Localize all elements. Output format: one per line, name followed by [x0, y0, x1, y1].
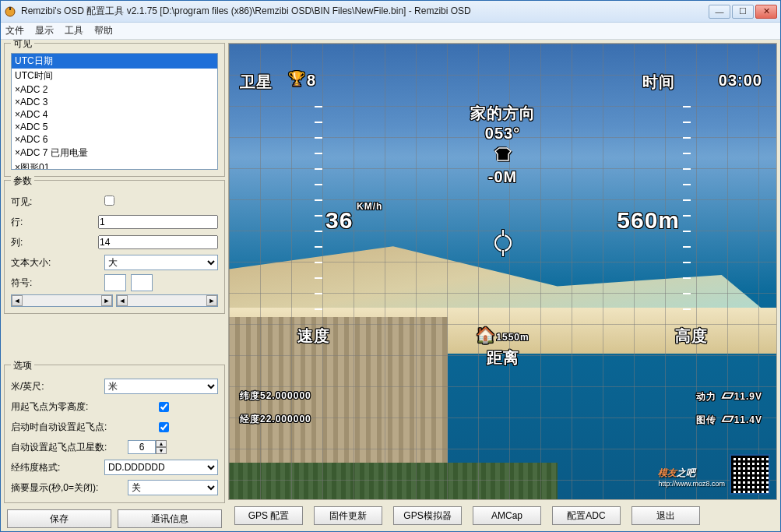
list-item[interactable]: ×图形01 — [12, 160, 217, 170]
textsize-select[interactable]: 大 — [104, 255, 218, 270]
symbol-label: 符号: — [11, 277, 104, 290]
zero-alt-checkbox[interactable] — [159, 402, 169, 412]
symbol-scroll-1[interactable]: ◄► — [11, 294, 113, 307]
auto-home-label: 启动时自动设置起飞点: — [11, 421, 159, 434]
osd-vtx: 图传 ▱11.4V — [696, 408, 762, 427]
osd-home-dist: -0M — [488, 168, 517, 186]
qr-code-icon — [730, 454, 770, 495]
osd-ground-alt: 🏠1550m — [476, 326, 529, 344]
adc-config-button[interactable]: 配置ADC — [552, 506, 621, 525]
list-item[interactable]: ×ADC 2 — [12, 83, 217, 96]
osd-home-bearing: 053° — [485, 125, 520, 143]
osd-sat-label: 卫星 — [240, 72, 273, 93]
summary-label: 摘要显示(秒,0=关闭): — [11, 481, 128, 495]
maximize-button[interactable]: ☐ — [732, 5, 754, 19]
row-input[interactable] — [98, 215, 218, 229]
osd-lat: 纬度52.000000 — [240, 385, 311, 403]
gps-sim-button[interactable]: GPS模拟器 — [393, 506, 462, 525]
osd-alt-value: 560m — [617, 207, 680, 234]
watermark: 模友之吧 http://www.moz8.com — [658, 454, 770, 495]
sat-up[interactable]: ▲ — [156, 440, 167, 447]
list-item[interactable]: ×ADC 7 已用电量 — [12, 146, 217, 160]
client-area: 可见 UTC日期UTC时间×ADC 2×ADC 3×ADC 4×ADC 5×AD… — [1, 40, 780, 531]
visible-listbox[interactable]: UTC日期UTC时间×ADC 2×ADC 3×ADC 4×ADC 5×ADC 6… — [11, 53, 218, 170]
sat-input[interactable] — [128, 440, 156, 454]
params-group-title: 参数 — [11, 174, 34, 188]
osd-time-value: 03:00 — [719, 72, 762, 90]
units-select[interactable]: 米 — [104, 379, 218, 394]
list-item[interactable]: UTC日期 — [12, 54, 217, 69]
osd-preview[interactable]: 卫星 🏆 8 时间 03:00 家的方向 053° -0M 36 KM/h 速度 — [228, 43, 777, 500]
comm-info-button[interactable]: 通讯信息 — [118, 509, 222, 528]
visible-group-title: 可见 — [11, 40, 34, 51]
left-panel: 可见 UTC日期UTC时间×ADC 2×ADC 3×ADC 4×ADC 5×AD… — [4, 43, 225, 528]
symbol-slot-1[interactable] — [104, 274, 126, 291]
satellite-icon: 🏆 — [288, 70, 306, 87]
menu-tools[interactable]: 工具 — [65, 24, 83, 37]
window-title: Remzibi's OSD 配置工具 v2.1.75 [D:\program f… — [21, 5, 709, 18]
auto-home-checkbox[interactable] — [159, 422, 169, 432]
watermark-url: http://www.moz8.com — [658, 480, 725, 488]
latlon-fmt-select[interactable]: DD.DDDDDD — [104, 460, 218, 475]
amcap-button[interactable]: AMCap — [473, 506, 541, 525]
sat-down[interactable]: ▼ — [156, 447, 167, 454]
visible-label: 可见: — [11, 196, 104, 209]
minimize-button[interactable]: — — [709, 5, 730, 19]
visible-checkbox[interactable] — [104, 196, 114, 206]
options-group-title: 选项 — [11, 359, 34, 372]
watermark-brand: 模友之吧 — [658, 462, 725, 480]
osd-home-dir-label: 家的方向 — [470, 103, 536, 124]
menu-view[interactable]: 显示 — [35, 24, 54, 37]
save-button[interactable]: 保存 — [7, 509, 111, 528]
home-arrow-icon — [493, 146, 513, 162]
osd-time-label: 时间 — [642, 72, 675, 93]
osd-speed-value: 36 — [325, 207, 353, 234]
osd-sat-value: 8 — [307, 72, 316, 90]
sat-label: 自动设置起飞点卫星数: — [11, 441, 128, 454]
osd-speed-scale — [315, 106, 322, 324]
menu-file[interactable]: 文件 — [5, 24, 24, 37]
row-label: 行: — [11, 216, 98, 229]
title-bar[interactable]: Remzibi's OSD 配置工具 v2.1.75 [D:\program f… — [1, 1, 780, 23]
menu-bar: 文件 显示 工具 帮助 — [1, 23, 780, 40]
summary-select[interactable]: 关 — [128, 480, 218, 495]
list-item[interactable]: UTC时间 — [12, 69, 217, 83]
osd-overlay: 卫星 🏆 8 时间 03:00 家的方向 053° -0M 36 KM/h 速度 — [229, 44, 776, 499]
osd-power: 动力 ▱11.9V — [696, 385, 762, 403]
gps-config-button[interactable]: GPS 配置 — [234, 506, 303, 525]
list-item[interactable]: ×ADC 3 — [12, 96, 217, 108]
symbol-slot-2[interactable] — [131, 274, 153, 291]
options-group: 选项 米/英尺: 米 用起飞点为零高度: 启动时自动设置起飞点: 自动设置起飞点… — [4, 365, 225, 503]
visible-group: 可见 UTC日期UTC时间×ADC 2×ADC 3×ADC 4×ADC 5×AD… — [4, 43, 225, 177]
firmware-update-button[interactable]: 固件更新 — [314, 506, 382, 525]
crosshair-icon — [494, 234, 512, 252]
osd-lon: 经度22.000000 — [240, 408, 311, 426]
list-item[interactable]: ×ADC 5 — [12, 121, 217, 133]
latlon-fmt-label: 经纬度格式: — [11, 461, 104, 474]
close-button[interactable]: ✕ — [755, 5, 777, 19]
menu-help[interactable]: 帮助 — [94, 24, 113, 37]
osd-alt-label: 高度 — [675, 326, 708, 347]
textsize-label: 文本大小: — [11, 256, 104, 270]
app-icon — [4, 5, 16, 18]
right-panel: 卫星 🏆 8 时间 03:00 家的方向 053° -0M 36 KM/h 速度 — [228, 43, 777, 528]
list-item[interactable]: ×ADC 6 — [12, 133, 217, 146]
list-item[interactable]: ×ADC 4 — [12, 108, 217, 121]
osd-dist-label: 距离 — [487, 347, 519, 368]
col-input[interactable] — [98, 235, 218, 249]
osd-speed-label: 速度 — [297, 326, 330, 347]
exit-button[interactable]: 退出 — [631, 506, 700, 525]
svg-rect-1 — [9, 7, 11, 10]
osd-alt-scale — [683, 106, 691, 324]
sat-spinner[interactable]: ▲▼ — [128, 440, 167, 454]
params-group: 参数 可见: 行: 列: 文本大小: 大 符号: — [4, 180, 225, 314]
app-window: Remzibi's OSD 配置工具 v2.1.75 [D:\program f… — [0, 0, 781, 532]
bottom-button-bar: GPS 配置 固件更新 GPS模拟器 AMCap 配置ADC 退出 — [228, 503, 777, 528]
units-label: 米/英尺: — [11, 380, 104, 393]
symbol-scroll-2[interactable]: ◄► — [116, 294, 218, 307]
osd-speed-unit: KM/h — [357, 203, 382, 211]
zero-alt-label: 用起飞点为零高度: — [11, 400, 159, 414]
col-label: 列: — [11, 236, 98, 249]
